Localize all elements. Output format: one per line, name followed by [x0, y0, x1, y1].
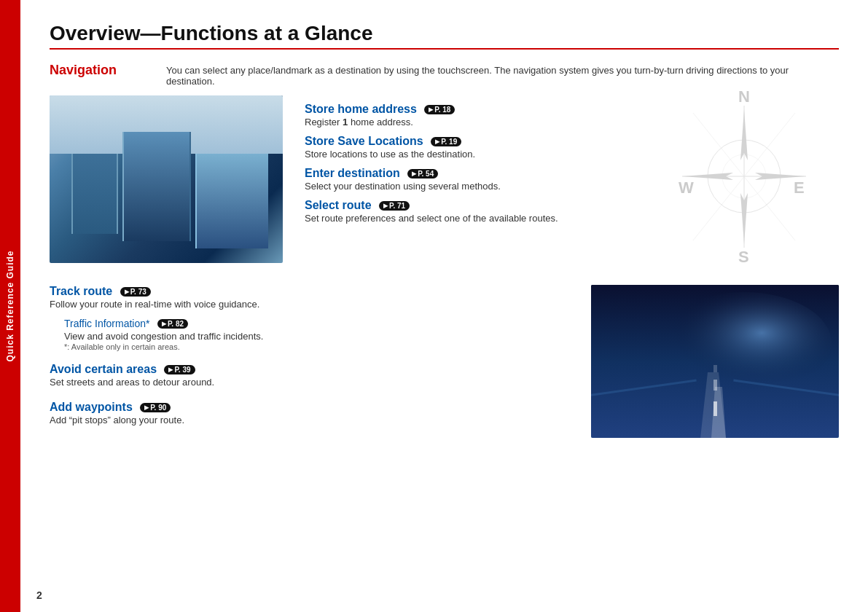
sub-feature-traffic: Traffic Information* P. 82 View and avoi… — [64, 317, 569, 351]
svg-marker-10 — [740, 109, 748, 160]
feature-avoid-areas-desc: Set streets and areas to detour around. — [50, 377, 569, 388]
nav-label-area: Navigation You can select any place/land… — [50, 63, 839, 87]
feature-store-save-title: Store Save Locations — [305, 135, 423, 147]
feature-track-route-desc: Follow your route in real-time with voic… — [50, 299, 569, 310]
feature-avoid-areas-badge: P. 39 — [164, 365, 195, 374]
top-section: Store home address P. 18 Register 1 home… — [50, 95, 839, 263]
navigation-section-label: Navigation — [50, 63, 144, 87]
feature-add-waypoints-badge: P. 90 — [140, 403, 171, 412]
road-image — [591, 285, 839, 438]
svg-text:N: N — [738, 87, 750, 106]
main-content: Overview—Functions at a Glance Navigatio… — [20, 0, 868, 612]
sub-feature-traffic-title: Traffic Information* — [64, 318, 150, 329]
navigation-section-desc: You can select any place/landmark as a d… — [166, 63, 839, 87]
feature-enter-dest-title: Enter destination — [305, 167, 400, 179]
svg-text:W: W — [679, 178, 694, 197]
sub-feature-traffic-desc: View and avoid congestion and traffic in… — [64, 331, 569, 342]
bottom-section: Track route P. 73 Follow your route in r… — [50, 285, 839, 438]
side-tab: Quick Reference Guide — [0, 0, 20, 612]
svg-rect-20 — [713, 365, 717, 372]
feature-track-route-title: Track route — [50, 285, 112, 297]
feature-add-waypoints-title: Add waypoints — [50, 401, 133, 413]
svg-marker-11 — [740, 193, 748, 244]
svg-rect-18 — [713, 401, 717, 416]
building-image — [50, 95, 283, 263]
feature-store-home-badge: P. 18 — [424, 105, 455, 114]
feature-avoid-areas-title: Avoid certain areas — [50, 363, 157, 375]
svg-point-15 — [657, 292, 832, 394]
feature-select-route-title: Select route — [305, 199, 372, 211]
feature-add-waypoints: Add waypoints P. 90 Add “pit stops” alon… — [50, 401, 569, 425]
feature-enter-dest-badge: P. 54 — [407, 169, 438, 178]
svg-text:S: S — [738, 248, 749, 266]
page-title: Overview—Functions at a Glance — [50, 22, 839, 50]
feature-track-route: Track route P. 73 Follow your route in r… — [50, 285, 569, 310]
bottom-left-features: Track route P. 73 Follow your route in r… — [50, 285, 569, 438]
feature-store-save-badge: P. 19 — [431, 137, 461, 146]
side-tab-label: Quick Reference Guide — [5, 250, 15, 361]
top-left — [50, 95, 283, 263]
feature-track-route-badge: P. 73 — [120, 287, 151, 297]
feature-avoid-areas: Avoid certain areas P. 39 Set streets an… — [50, 363, 569, 388]
feature-add-waypoints-desc: Add “pit stops” along your route. — [50, 415, 569, 425]
compass-decoration: N W E S — [671, 87, 832, 291]
page-number: 2 — [36, 589, 42, 601]
svg-text:E: E — [794, 178, 805, 197]
sub-feature-traffic-badge: P. 82 — [157, 319, 188, 329]
svg-rect-19 — [713, 380, 717, 391]
feature-select-route-badge: P. 71 — [379, 201, 410, 211]
feature-store-home-title: Store home address — [305, 103, 417, 115]
sub-feature-traffic-note: *: Available only in certain areas. — [64, 342, 569, 351]
